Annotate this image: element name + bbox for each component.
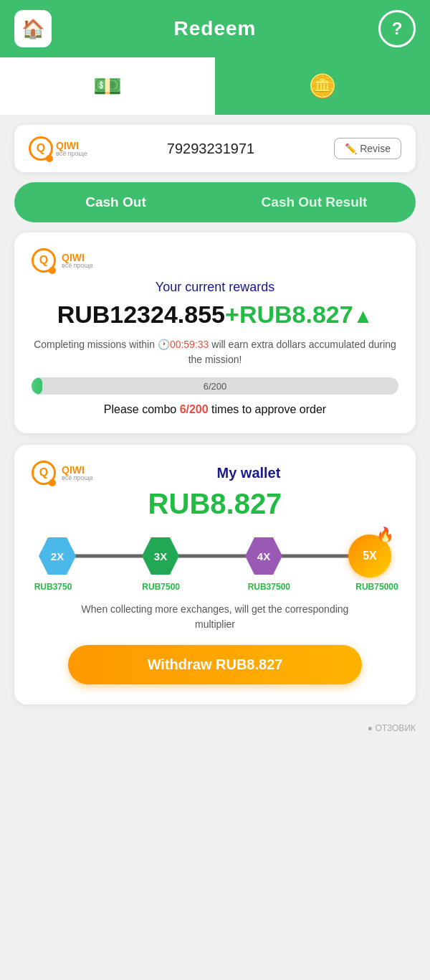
- rewards-plus: +RUB8.827: [225, 301, 353, 328]
- revise-button[interactable]: ✏️ Revise: [334, 138, 401, 159]
- timer-text: Completing missions within 🕐00:59:33 wil…: [32, 337, 398, 367]
- wallet-qiwi-icon: Q: [32, 461, 56, 485]
- edit-icon: ✏️: [345, 143, 357, 154]
- mult-label-5x: RUB75000: [355, 582, 398, 592]
- tab-cash[interactable]: 💵: [0, 57, 215, 115]
- rewards-qiwi-icon: Q: [32, 248, 56, 273]
- account-card: Q QIWI всё проще 79293231971 ✏️ Revise: [14, 125, 416, 172]
- combo-text: Please combo 6/200 times to approve orde…: [32, 403, 398, 416]
- withdraw-button[interactable]: Withdraw RUB8.827: [68, 645, 362, 684]
- mult-node-4x: 4X: [245, 537, 282, 575]
- rewards-qiwi-row: Q QIWI всё проще: [32, 248, 398, 273]
- progress-label: 6/200: [204, 381, 227, 392]
- mult-labels: RUB3750 RUB7500 RUB37500 RUB75000: [32, 582, 398, 592]
- rewards-qiwi-caption: всё проще: [62, 263, 93, 269]
- mult-label-4x: RUB37500: [247, 582, 290, 592]
- cash-icon: 💵: [93, 72, 122, 100]
- multiplier-track: 2X 3X 4X 🔥 5X: [39, 534, 391, 578]
- rewards-base: RUB12324.855: [57, 301, 225, 328]
- rewards-qiwi-name: QIWI: [62, 253, 93, 263]
- mult-label-3x: RUB7500: [140, 582, 183, 592]
- wallet-card: Q QIWI всё проще My wallet RUB8.827 2X 3…: [14, 445, 416, 705]
- cashout-tabs: Cash Out Cash Out Result: [14, 182, 416, 222]
- mult-node-2x: 2X: [39, 537, 76, 575]
- rewards-card: Q QIWI всё проще Your current rewards RU…: [14, 232, 416, 433]
- combo-highlight: 6/200: [180, 403, 209, 415]
- page-title: Redeem: [174, 17, 257, 40]
- footer-watermark: ● ОТЗОВИК: [0, 716, 430, 748]
- wallet-qiwi-caption: всё проще: [62, 475, 93, 481]
- multiplier-nodes: 2X 3X 4X 🔥 5X: [39, 534, 391, 578]
- qiwi-caption: всё проще: [56, 151, 87, 157]
- wallet-qiwi-name: QIWI: [62, 465, 93, 475]
- progress-bar-fill: [32, 377, 42, 395]
- qiwi-name: QIWI: [56, 141, 87, 151]
- rewards-amount: RUB12324.855+RUB8.827▲: [32, 301, 398, 329]
- help-icon: ?: [392, 19, 403, 39]
- progress-bar-bg: 6/200: [32, 377, 398, 395]
- cashout-tab-result[interactable]: Cash Out Result: [215, 184, 414, 220]
- qiwi-logo: Q QIWI всё проще: [29, 136, 87, 161]
- mult-label-2x: RUB3750: [32, 582, 75, 592]
- coin-icon: 🪙: [308, 72, 337, 100]
- up-arrow-icon: ▲: [353, 305, 373, 327]
- mult-node-3x: 3X: [142, 537, 179, 575]
- timer-value: 🕐00:59:33: [158, 339, 209, 350]
- rewards-title: Your current rewards: [32, 280, 398, 295]
- mult-node-5x: 🔥 5X: [348, 534, 391, 578]
- header: 🏠 Redeem ?: [0, 0, 430, 57]
- help-button[interactable]: ?: [378, 10, 416, 47]
- home-icon: 🏠: [22, 18, 44, 40]
- wallet-description: When collecting more exchanges, will get…: [32, 602, 398, 632]
- tab-coin[interactable]: 🪙: [215, 57, 430, 115]
- wallet-header: Q QIWI всё проще My wallet: [32, 461, 398, 485]
- progress-container: 6/200: [32, 377, 398, 395]
- qiwi-label: QIWI всё проще: [56, 141, 87, 157]
- qiwi-circle-icon: Q: [29, 136, 53, 161]
- cashout-tab-cashout[interactable]: Cash Out: [16, 184, 215, 220]
- wallet-title: My wallet: [99, 465, 398, 481]
- flame-icon: 🔥: [376, 526, 394, 543]
- account-number: 79293231971: [167, 141, 254, 157]
- home-button[interactable]: 🏠: [14, 10, 52, 47]
- wallet-amount: RUB8.827: [32, 488, 398, 520]
- top-tabs: 💵 🪙: [0, 57, 430, 115]
